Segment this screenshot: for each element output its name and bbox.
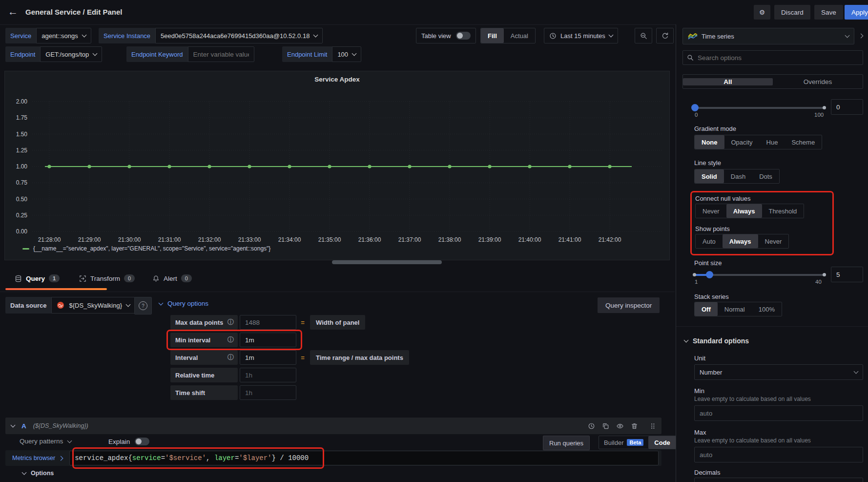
equals-icon: = xyxy=(298,350,307,365)
query-row-header[interactable]: A (${DS_SkyWalking}) xyxy=(5,418,661,434)
zoom-out-button[interactable] xyxy=(635,28,652,43)
connect-always[interactable]: Always xyxy=(726,204,762,218)
gradient-hue[interactable]: Hue xyxy=(760,135,785,149)
gradient-none[interactable]: None xyxy=(695,135,724,149)
hide-query-eye-icon[interactable] xyxy=(616,422,624,430)
panel-settings-button[interactable]: ⚙ xyxy=(754,5,770,20)
max-data-points-input[interactable] xyxy=(240,315,296,330)
max-data-points-row: Max data pointsⓘ xyxy=(170,315,238,330)
visualization-picker[interactable]: Time series xyxy=(682,28,854,44)
stack-normal[interactable]: Normal xyxy=(718,302,752,316)
table-view-control: Table view xyxy=(416,28,476,43)
tab-alert[interactable]: Alert0 xyxy=(152,274,192,282)
fill-segment[interactable]: Fill xyxy=(481,28,504,43)
info-icon[interactable]: ⓘ xyxy=(227,353,234,362)
save-button[interactable]: Save xyxy=(814,5,843,20)
stack-100[interactable]: 100% xyxy=(752,302,782,316)
options-search-input[interactable] xyxy=(698,54,859,62)
line-dash[interactable]: Dash xyxy=(724,169,752,183)
service-instance-label: Service Instance xyxy=(99,28,155,43)
query-patterns-dropdown[interactable]: Query patterns xyxy=(20,438,71,445)
query-history-icon[interactable] xyxy=(588,422,595,430)
line-dots[interactable]: Dots xyxy=(752,169,779,183)
opacity-value-input[interactable] xyxy=(831,99,863,115)
stack-off[interactable]: Off xyxy=(695,302,718,316)
endpoint-label: Endpoint xyxy=(5,46,40,62)
min-input[interactable] xyxy=(694,405,863,421)
tab-query[interactable]: Query1 xyxy=(15,274,60,282)
promql-expression-input[interactable]: service_apdex{service='$service', layer=… xyxy=(69,451,659,465)
line-solid[interactable]: Solid xyxy=(695,169,724,183)
code-segment[interactable]: Code xyxy=(648,436,676,449)
points-auto[interactable]: Auto xyxy=(696,234,723,248)
endpoint-limit-dropdown[interactable]: 100 xyxy=(332,46,361,62)
tab-all[interactable]: All xyxy=(683,78,773,85)
chart-canvas[interactable]: 0.000.250.500.751.001.251.501.752.0021:2… xyxy=(5,71,669,260)
legend-item[interactable]: {__name__="service_apdex", layer="GENERA… xyxy=(22,245,270,252)
chevron-down-icon xyxy=(608,33,613,38)
opacity-slider-handle[interactable] xyxy=(691,104,699,111)
chevron-down-icon xyxy=(67,438,72,443)
endpoint-limit-label: Endpoint Limit xyxy=(282,46,332,62)
service-instance-dropdown[interactable]: 5eed0e5758a244aca6e7699415d360aa@10.52.0… xyxy=(155,28,323,43)
time-shift-input[interactable] xyxy=(240,385,296,400)
datasource-help-button[interactable]: ? xyxy=(134,297,152,314)
apply-button[interactable]: Apply xyxy=(845,5,868,20)
opacity-slider-track[interactable] xyxy=(695,107,824,109)
duplicate-query-icon[interactable] xyxy=(602,422,609,430)
chevron-down-icon xyxy=(854,369,859,374)
points-always[interactable]: Always xyxy=(723,234,758,248)
horizontal-scrollbar[interactable] xyxy=(332,260,442,264)
discard-button[interactable]: Discard xyxy=(774,5,810,20)
info-icon[interactable]: ⓘ xyxy=(227,318,234,327)
actual-segment[interactable]: Actual xyxy=(504,28,535,43)
endpoint-dropdown[interactable]: GET:/songs/top xyxy=(40,46,102,62)
transform-icon xyxy=(79,275,86,282)
standard-options-header[interactable]: Standard options xyxy=(684,337,749,345)
decimals-input[interactable] xyxy=(694,478,863,482)
min-interval-input[interactable] xyxy=(240,333,296,347)
interval-input[interactable] xyxy=(240,350,296,365)
max-input[interactable] xyxy=(694,447,863,462)
tabs-divider xyxy=(0,292,675,292)
service-dropdown[interactable]: agent::songs xyxy=(36,28,91,43)
unit-dropdown[interactable]: Number xyxy=(694,364,863,380)
chevron-down-icon xyxy=(159,300,164,305)
point-size-value-input[interactable] xyxy=(831,267,863,282)
svg-text:21:29:00: 21:29:00 xyxy=(78,236,101,243)
endpoint-keyword-input[interactable] xyxy=(188,46,254,62)
gradient-opacity[interactable]: Opacity xyxy=(724,135,760,149)
relative-time-input[interactable] xyxy=(240,368,296,382)
drag-handle-icon[interactable] xyxy=(650,422,656,430)
point-size-label: Point size xyxy=(694,259,722,267)
tab-transform[interactable]: Transform0 xyxy=(79,274,135,282)
gradient-scheme[interactable]: Scheme xyxy=(785,135,822,149)
query-inspector-button[interactable]: Query inspector xyxy=(598,297,660,313)
points-never[interactable]: Never xyxy=(758,234,789,248)
metrics-browser-toggle[interactable]: Metrics browser xyxy=(5,455,69,461)
explain-toggle[interactable] xyxy=(135,438,149,445)
builder-segment[interactable]: BuilderBeta xyxy=(599,436,648,449)
point-size-slider-handle[interactable] xyxy=(706,271,713,278)
back-arrow-icon[interactable]: ← xyxy=(8,6,18,18)
tab-overrides[interactable]: Overrides xyxy=(773,78,863,85)
info-icon[interactable]: ⓘ xyxy=(227,335,234,344)
query-options-toggle[interactable]: Query options xyxy=(159,300,208,307)
query-options-footer-toggle[interactable]: Options xyxy=(22,470,54,477)
refresh-button[interactable] xyxy=(656,28,674,43)
connect-never[interactable]: Never xyxy=(696,204,726,218)
chevron-down-icon xyxy=(11,423,16,428)
datasource-dropdown[interactable]: ${DS_SkyWalking} xyxy=(51,297,135,314)
table-view-toggle[interactable] xyxy=(456,32,471,40)
database-icon xyxy=(15,275,22,282)
svg-text:1.25: 1.25 xyxy=(16,147,28,154)
svg-text:21:40:00: 21:40:00 xyxy=(518,236,541,243)
query-options-header: Query options xyxy=(167,300,208,307)
point-size-slider-track[interactable] xyxy=(695,274,824,276)
connect-threshold[interactable]: Threshold xyxy=(762,204,804,218)
time-shift-row: Time shift xyxy=(170,385,238,400)
time-range-picker[interactable]: Last 15 minutes xyxy=(544,28,618,43)
run-queries-button[interactable]: Run queries xyxy=(543,436,590,450)
chevron-down-icon xyxy=(22,470,27,475)
delete-query-trash-icon[interactable] xyxy=(631,422,638,430)
